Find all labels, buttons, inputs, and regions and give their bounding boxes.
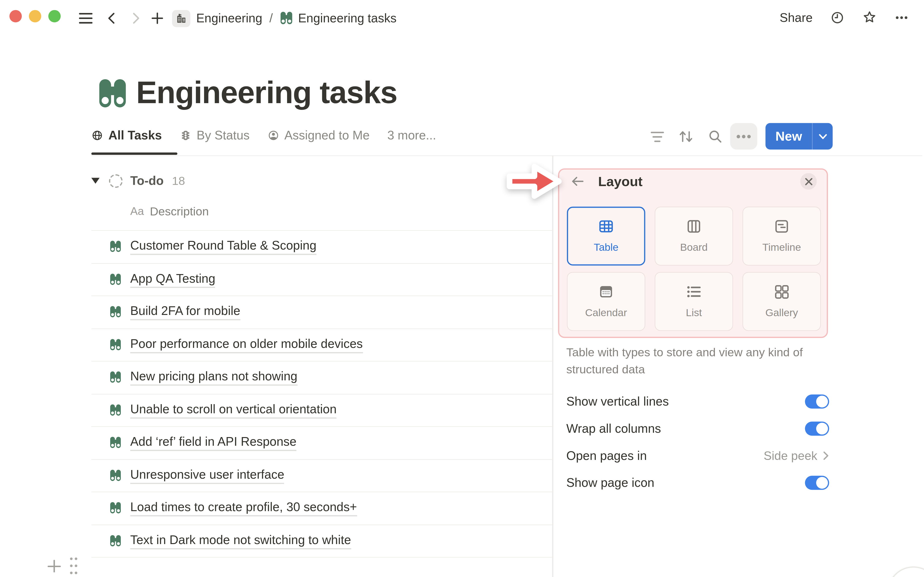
layout-option-label: Calendar (585, 307, 627, 319)
traffic-light-icon (179, 130, 191, 141)
zoom-window-button[interactable] (48, 10, 60, 23)
layout-option-label: Timeline (762, 242, 801, 254)
layout-option-list[interactable]: List (655, 272, 733, 331)
toggle-knob (816, 423, 828, 434)
setting-label: Wrap all columns (566, 421, 661, 436)
binoculars-icon (110, 501, 121, 515)
collapse-triangle-icon[interactable] (91, 178, 100, 184)
layout-option-calendar[interactable]: Calendar (567, 272, 645, 331)
toggle-switch-on[interactable] (805, 395, 829, 409)
gallery-icon (774, 284, 790, 300)
teamspace-building-icon[interactable] (172, 10, 190, 27)
help-button-partial[interactable] (887, 566, 924, 577)
layout-option-gallery[interactable]: Gallery (743, 272, 821, 331)
drag-handle-icon[interactable] (69, 554, 78, 575)
globe-icon (91, 130, 103, 141)
tab-3-more-[interactable]: 3 more... (388, 128, 436, 145)
task-row[interactable]: New pricing plans not showing (91, 362, 552, 394)
group-header: To-do 18 (91, 172, 185, 189)
task-title[interactable]: Poor performance on older mobile devices (130, 337, 363, 353)
task-title[interactable]: Unresponsive user interface (130, 467, 284, 484)
task-title[interactable]: Text in Dark mode not switching to white (130, 533, 351, 550)
task-row[interactable]: Add ‘ref’ field in API Response (91, 427, 552, 460)
forward-icon[interactable] (129, 11, 143, 26)
tab-assigned-to-me[interactable]: Assigned to Me (267, 128, 370, 145)
updates-clock-icon[interactable] (830, 10, 845, 24)
notion-window: Engineering / Engineering tasks Share En… (0, 0, 924, 577)
new-page-plus-icon[interactable] (150, 11, 164, 26)
active-tab-underline (91, 152, 178, 155)
tab-by-status[interactable]: By Status (179, 128, 250, 145)
tab-label: 3 more... (388, 128, 436, 143)
layout-option-table[interactable]: Table (567, 207, 645, 266)
task-row[interactable]: Unable to scroll on vertical orientation (91, 394, 552, 427)
window-controls (0, 0, 65, 33)
binoculars-icon (110, 240, 121, 254)
more-options-icon[interactable] (895, 10, 909, 24)
binoculars-icon (110, 403, 121, 417)
table-icon (598, 219, 614, 234)
task-row[interactable]: Text in Dark mode not switching to white (91, 525, 552, 558)
task-title[interactable]: App QA Testing (130, 271, 215, 288)
toggle-switch-on[interactable] (805, 476, 829, 490)
setting-row-wrap-all-columns: Wrap all columns (566, 415, 829, 442)
task-title[interactable]: Customer Round Table & Scoping (130, 239, 317, 255)
page-icon-binoculars[interactable] (98, 76, 127, 111)
breadcrumb-page[interactable]: Engineering tasks (298, 11, 397, 26)
task-row[interactable]: App QA Testing (91, 263, 552, 296)
sort-icon[interactable] (678, 129, 694, 144)
task-row[interactable]: Unresponsive user interface (91, 459, 552, 492)
task-row[interactable]: Poor performance on older mobile devices (91, 329, 552, 362)
tab-all-tasks[interactable]: All Tasks (91, 128, 162, 145)
share-button[interactable]: Share (780, 10, 813, 24)
panel-back-arrow-icon[interactable] (570, 175, 585, 188)
new-button[interactable]: New (766, 123, 833, 150)
close-window-button[interactable] (9, 10, 21, 23)
close-icon[interactable] (800, 173, 817, 190)
board-icon (686, 219, 702, 234)
toggle-knob (816, 396, 828, 408)
breadcrumb-root[interactable]: Engineering (196, 11, 263, 26)
task-row[interactable]: Load times to create profile, 30 seconds… (91, 492, 552, 525)
binoculars-icon (110, 371, 121, 385)
layout-option-board[interactable]: Board (655, 207, 733, 266)
add-row-plus-icon[interactable] (47, 554, 61, 572)
task-title[interactable]: Unable to scroll on vertical orientation (130, 402, 337, 419)
calendar-icon (598, 284, 614, 300)
task-row[interactable]: Customer Round Table & Scoping (91, 231, 552, 263)
favorite-star-icon[interactable] (862, 10, 877, 25)
tabs-divider (91, 155, 922, 156)
task-title[interactable]: New pricing plans not showing (130, 369, 297, 386)
group-count: 18 (172, 174, 185, 187)
column-header-label: Description (150, 205, 209, 218)
layout-option-label: Board (680, 242, 708, 254)
view-options-ellipsis-button[interactable] (730, 123, 757, 150)
filter-icon[interactable] (649, 129, 665, 144)
page-title[interactable]: Engineering tasks (136, 74, 397, 110)
timeline-icon (774, 219, 790, 234)
layout-option-timeline[interactable]: Timeline (743, 207, 821, 266)
column-header-description[interactable]: Aa Description (130, 203, 208, 220)
binoculars-icon (110, 469, 121, 482)
setting-value[interactable]: Side peek (764, 449, 817, 463)
binoculars-icon (110, 305, 121, 319)
list-icon (686, 284, 702, 300)
setting-label: Show vertical lines (566, 395, 669, 409)
back-icon[interactable] (105, 11, 119, 26)
layout-description: Table with types to store and view any k… (566, 344, 823, 378)
chevron-right-icon (823, 451, 829, 460)
breadcrumb: Engineering / Engineering tasks (172, 11, 397, 26)
search-icon[interactable] (708, 129, 723, 144)
group-name[interactable]: To-do (130, 174, 164, 188)
toggle-switch-on[interactable] (805, 421, 829, 436)
task-row[interactable]: Build 2FA for mobile (91, 296, 552, 329)
panel-title: Layout (598, 173, 643, 189)
new-dropdown-chevron-icon[interactable] (813, 134, 833, 139)
task-title[interactable]: Build 2FA for mobile (130, 304, 240, 321)
view-tabs: All TasksBy StatusAssigned to Me3 more..… (91, 128, 436, 145)
hamburger-menu-icon[interactable] (78, 11, 93, 26)
minimize-window-button[interactable] (29, 10, 41, 23)
tab-label: By Status (197, 128, 250, 143)
task-title[interactable]: Add ‘ref’ field in API Response (130, 435, 296, 451)
task-title[interactable]: Load times to create profile, 30 seconds… (130, 500, 357, 517)
